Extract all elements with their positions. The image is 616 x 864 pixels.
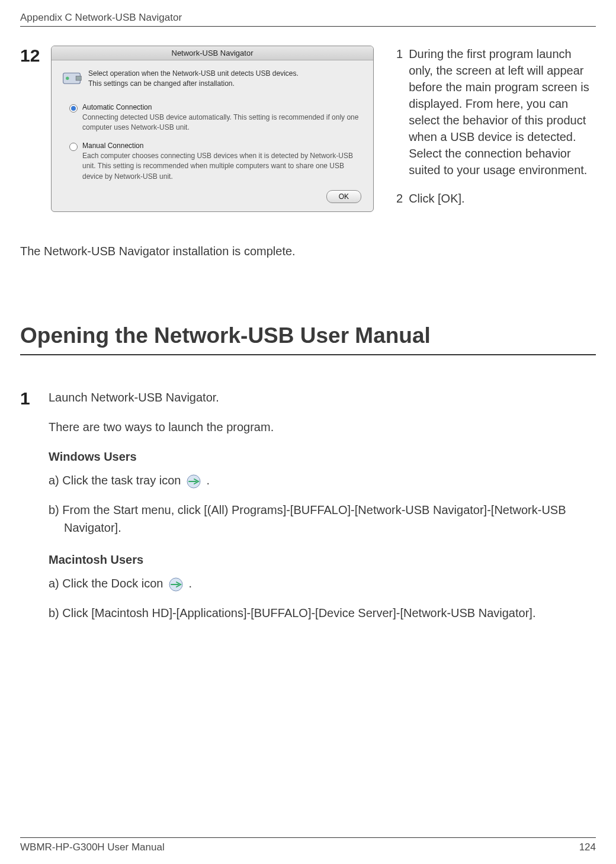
footer-page-number: 124 <box>579 841 596 853</box>
dialog-title: Network-USB Navigator <box>52 46 373 60</box>
windows-users-heading: Windows Users <box>49 448 596 465</box>
option-manual-text: Manual Connection Each computer chooses … <box>82 142 364 182</box>
svg-rect-1 <box>76 76 81 81</box>
ok-button[interactable]: OK <box>326 190 361 203</box>
option1-desc: Connecting detected USB device automatic… <box>82 113 364 133</box>
install-complete-text: The Network-USB Navigator installation i… <box>20 245 596 258</box>
windows-step-b: b) From the Start menu, click [(All) Pro… <box>49 501 596 537</box>
mac-step-b: b) Click [Macintosh HD]-[Applications]-[… <box>49 604 596 622</box>
dialog-window: Network-USB Navigator Select operation w… <box>51 46 374 212</box>
appendix-label: Appendix C Network-USB Navigator <box>20 12 182 24</box>
step-12-row: 12 Network-USB Navigator Select operatio… <box>20 46 596 219</box>
dialog-intro-text: Select operation when the Network-USB un… <box>88 69 299 89</box>
side-notes: 1 During the ﬁrst program launch only, t… <box>381 46 596 219</box>
option-automatic[interactable]: Automatic Connection Connecting detected… <box>69 103 364 133</box>
win-a-post: . <box>207 474 210 487</box>
note-1-num: 1 <box>396 46 403 178</box>
step1-line1: Launch Network-USB Navigator. <box>49 388 596 406</box>
macintosh-users-heading: Macintosh Users <box>49 551 596 568</box>
ok-row: OK <box>61 190 364 203</box>
note-1: 1 During the ﬁrst program launch only, t… <box>396 46 596 178</box>
win-a-pre: a) Click the task tray icon <box>49 474 184 487</box>
windows-step-a: a) Click the task tray icon . <box>49 471 596 489</box>
note-2-num: 2 <box>396 190 403 207</box>
mac-a-pre: a) Click the Dock icon <box>49 577 166 590</box>
page-footer: WBMR-HP-G300H User Manual 124 <box>20 837 596 853</box>
usb-icon <box>61 69 82 90</box>
step1-line2: There are two ways to launch the program… <box>49 418 596 436</box>
dialog-body: Select operation when the Network-USB un… <box>52 60 373 211</box>
step-number-12: 12 <box>20 46 44 66</box>
step-1-row: 1 Launch Network-USB Navigator. There ar… <box>20 388 596 634</box>
page-header: Appendix C Network-USB Navigator <box>20 12 596 27</box>
option2-desc: Each computer chooses connecting USB dev… <box>82 151 364 182</box>
step-1-body: Launch Network-USB Navigator. There are … <box>49 388 596 634</box>
mac-step-a: a) Click the Dock icon . <box>49 574 596 592</box>
mac-a-post: . <box>189 577 192 590</box>
tray-icon <box>185 474 202 489</box>
step-number-1: 1 <box>20 388 33 634</box>
option1-title: Automatic Connection <box>82 103 364 111</box>
svg-point-2 <box>66 77 69 80</box>
option-automatic-text: Automatic Connection Connecting detected… <box>82 103 364 133</box>
dock-icon <box>168 577 184 592</box>
radio-unselected-icon[interactable] <box>69 143 78 151</box>
footer-left: WBMR-HP-G300H User Manual <box>20 841 165 853</box>
note-2-text: Click [OK]. <box>409 190 464 207</box>
option-manual[interactable]: Manual Connection Each computer chooses … <box>69 142 364 182</box>
radio-selected-icon[interactable] <box>69 104 78 113</box>
note-1-text: During the ﬁrst program launch only, the… <box>409 46 596 178</box>
note-2: 2 Click [OK]. <box>396 190 596 207</box>
section-heading: Opening the Network-USB User Manual <box>20 323 596 355</box>
dialog-intro-row: Select operation when the Network-USB un… <box>61 69 364 90</box>
option2-title: Manual Connection <box>82 142 364 150</box>
